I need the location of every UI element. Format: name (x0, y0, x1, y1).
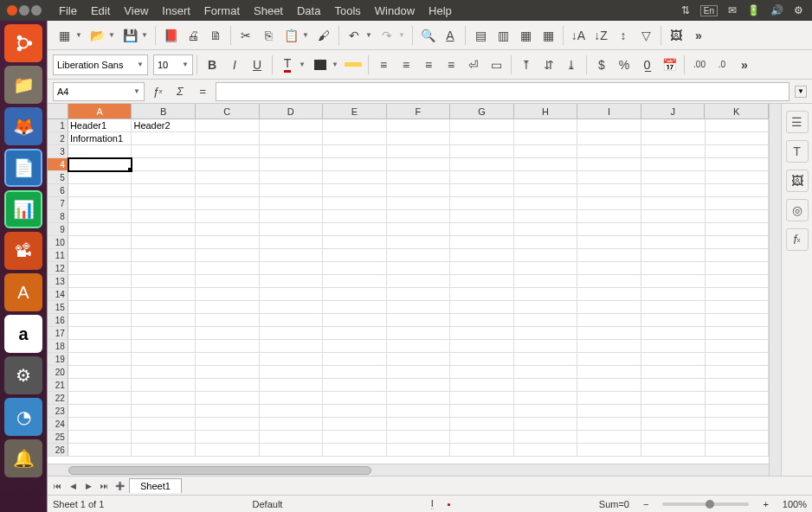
cell-G21[interactable] (450, 379, 514, 392)
row-header-19[interactable]: 19 (48, 353, 68, 366)
spreadsheet-grid[interactable]: ABCDEFGHIJK 1Header1Header22Information1… (48, 104, 769, 476)
cell-E15[interactable] (323, 301, 387, 314)
formula-expand-button[interactable]: ▼ (795, 86, 807, 98)
row-header-10[interactable]: 10 (48, 236, 68, 249)
cell-D20[interactable] (260, 366, 324, 379)
cell-D16[interactable] (260, 314, 324, 327)
row-header-5[interactable]: 5 (48, 171, 68, 184)
cell-E10[interactable] (323, 236, 387, 249)
cell-G6[interactable] (450, 184, 514, 197)
window-close-button[interactable] (7, 5, 17, 16)
more-button[interactable]: » (687, 24, 710, 47)
network-icon[interactable]: ⇅ (681, 4, 690, 16)
cell-D12[interactable] (260, 262, 324, 275)
sidebar-properties-button[interactable]: ☰ (786, 111, 809, 133)
zoom-in-button[interactable]: + (763, 499, 768, 509)
window-minimize-button[interactable] (19, 5, 29, 16)
cell-G9[interactable] (450, 223, 514, 236)
cell-C15[interactable] (196, 301, 260, 314)
cell-B25[interactable] (132, 431, 196, 444)
align-middle-button[interactable]: ⇵ (538, 54, 560, 76)
cell-G25[interactable] (450, 431, 514, 444)
column-button[interactable]: ▥ (492, 24, 514, 47)
cell-I9[interactable] (577, 223, 641, 236)
menu-file[interactable]: File (52, 4, 84, 17)
cell-F1[interactable] (387, 119, 451, 132)
cell-J5[interactable] (641, 171, 706, 184)
print-button[interactable]: 🖨 (182, 24, 204, 47)
remove-decimal-button[interactable]: .0 (711, 54, 733, 76)
cell-K10[interactable] (706, 236, 770, 249)
cell-B2[interactable] (132, 132, 196, 145)
row-header-11[interactable]: 11 (48, 249, 68, 262)
cell-I7[interactable] (577, 197, 641, 210)
equals-button[interactable]: = (193, 82, 212, 101)
cell-A5[interactable] (68, 171, 132, 184)
cell-E3[interactable] (323, 145, 387, 158)
cell-C14[interactable] (196, 288, 260, 301)
cell-G15[interactable] (450, 301, 514, 314)
cell-A2[interactable]: Information1 (68, 132, 132, 145)
cell-B19[interactable] (132, 353, 196, 366)
menu-window[interactable]: Window (368, 4, 422, 17)
cell-B10[interactable] (132, 236, 196, 249)
cell-E16[interactable] (323, 314, 387, 327)
battery-icon[interactable]: 🔋 (747, 4, 760, 16)
cell-D6[interactable] (260, 184, 324, 197)
cell-F26[interactable] (387, 444, 451, 457)
cell-I17[interactable] (577, 327, 641, 340)
cell-C26[interactable] (196, 444, 260, 457)
menu-data[interactable]: Data (290, 4, 327, 17)
cell-B9[interactable] (132, 223, 196, 236)
sheet-tab-sheet1[interactable]: Sheet1 (129, 478, 182, 493)
cell-C6[interactable] (196, 184, 260, 197)
cell-A13[interactable] (68, 275, 132, 288)
cell-D24[interactable] (260, 418, 324, 431)
cell-G22[interactable] (450, 392, 514, 405)
grid-button-2[interactable]: ▦ (537, 24, 559, 47)
cell-K1[interactable] (706, 119, 770, 132)
cell-F24[interactable] (387, 418, 451, 431)
row-header-3[interactable]: 3 (48, 145, 68, 158)
cell-B23[interactable] (132, 405, 196, 418)
cell-C19[interactable] (196, 353, 260, 366)
select-all-corner[interactable] (48, 104, 68, 118)
cell-D17[interactable] (260, 327, 324, 340)
cell-A17[interactable] (68, 327, 132, 340)
cell-E12[interactable] (323, 262, 387, 275)
cell-H10[interactable] (514, 236, 578, 249)
cell-B5[interactable] (132, 171, 196, 184)
cell-K26[interactable] (706, 444, 770, 457)
sidebar-styles-button[interactable]: T (786, 140, 809, 163)
zoom-slider[interactable] (662, 502, 749, 506)
menu-insert[interactable]: Insert (155, 4, 197, 17)
sum-label[interactable]: Sum=0 (599, 499, 629, 509)
keyboard-lang[interactable]: En (700, 5, 718, 16)
cell-J25[interactable] (641, 431, 706, 444)
cell-J15[interactable] (641, 301, 706, 314)
tab-add-button[interactable]: ➕ (113, 480, 126, 492)
cell-A11[interactable] (68, 249, 132, 262)
cell-B24[interactable] (132, 418, 196, 431)
cell-K2[interactable] (706, 132, 770, 145)
cell-H12[interactable] (514, 262, 578, 275)
cell-H5[interactable] (514, 171, 578, 184)
cell-A8[interactable] (68, 210, 132, 223)
cell-D14[interactable] (260, 288, 324, 301)
cell-H7[interactable] (514, 197, 578, 210)
name-box[interactable]: A4▼ (53, 82, 145, 101)
cell-H4[interactable] (514, 158, 578, 171)
cell-K24[interactable] (706, 418, 770, 431)
cell-C13[interactable] (196, 275, 260, 288)
formula-input[interactable] (216, 82, 789, 101)
cell-E23[interactable] (323, 405, 387, 418)
cell-A18[interactable] (68, 340, 132, 353)
launcher-calc[interactable]: 📊 (4, 190, 42, 228)
print-preview-button[interactable]: 🗎 (204, 24, 227, 47)
cell-C17[interactable] (196, 327, 260, 340)
row-header-6[interactable]: 6 (48, 184, 68, 197)
cell-D8[interactable] (260, 210, 324, 223)
cell-K11[interactable] (706, 249, 770, 262)
cell-J11[interactable] (641, 249, 706, 262)
row-header-23[interactable]: 23 (48, 405, 68, 418)
